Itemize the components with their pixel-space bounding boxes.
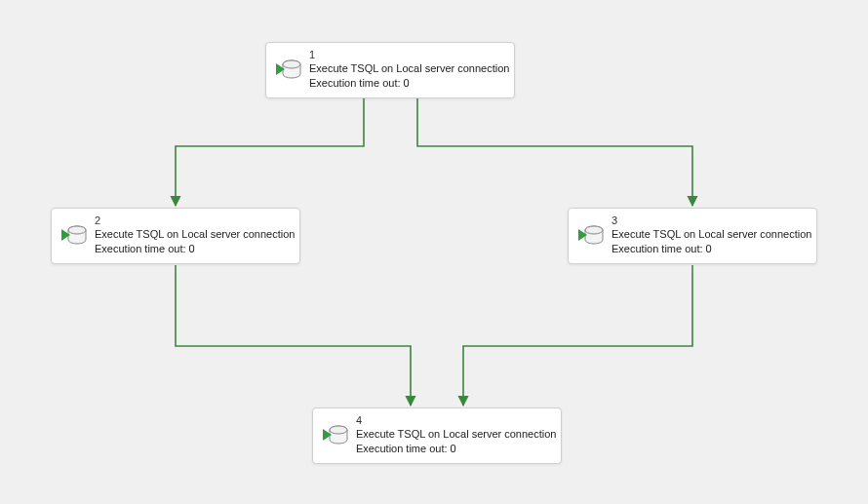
connector-n1-n3 [417,98,692,206]
svg-point-1 [283,60,300,68]
execute-tsql-icon [576,222,606,252]
connector-n3-n4 [463,265,692,406]
step-node-3[interactable]: 3 Execute TSQL on Local server connectio… [568,208,817,264]
connector-n1-n2 [176,98,364,206]
diagram-canvas[interactable]: 1 Execute TSQL on Local server connectio… [0,0,868,504]
step-number: 3 [612,214,809,227]
svg-point-10 [330,426,347,434]
step-title: Execute TSQL on Local server connection [612,227,809,242]
step-node-1[interactable]: 1 Execute TSQL on Local server connectio… [265,42,515,98]
connector-n2-n4 [176,265,411,406]
step-number: 1 [309,49,506,61]
step-number: 2 [95,214,292,227]
execute-tsql-icon [59,222,89,252]
step-subtitle: Execution time out: 0 [95,242,292,256]
svg-point-4 [68,226,86,234]
svg-point-7 [585,226,603,234]
step-node-2[interactable]: 2 Execute TSQL on Local server connectio… [51,208,300,264]
step-title: Execute TSQL on Local server connection [95,227,292,242]
step-node-4[interactable]: 4 Execute TSQL on Local server connectio… [312,407,562,464]
step-subtitle: Execution time out: 0 [356,442,553,456]
step-subtitle: Execution time out: 0 [309,76,506,91]
step-number: 4 [356,414,553,427]
step-title: Execute TSQL on Local server connection [309,61,506,76]
execute-tsql-icon [321,422,350,451]
step-subtitle: Execution time out: 0 [612,242,809,256]
execute-tsql-icon [274,57,303,86]
step-title: Execute TSQL on Local server connection [356,427,553,442]
